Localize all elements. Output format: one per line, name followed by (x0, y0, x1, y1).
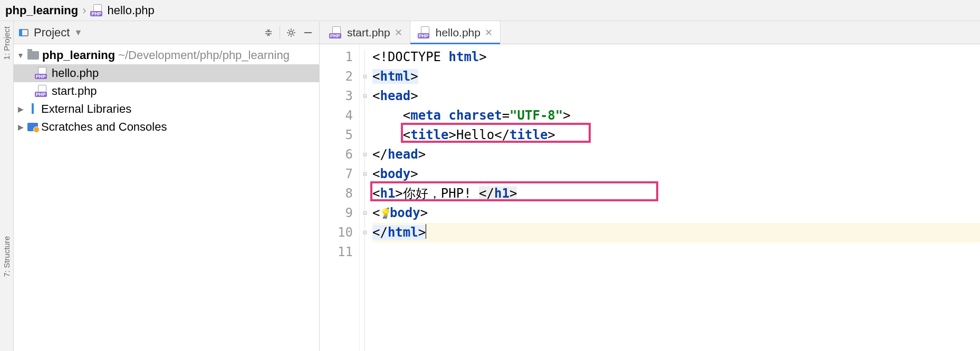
divider (280, 26, 280, 40)
line-number: 5 (320, 125, 353, 145)
fold-end-icon[interactable]: ⊟ (360, 223, 370, 242)
line-number: 3 (320, 86, 353, 106)
php-file-icon (90, 6, 104, 15)
expand-icon[interactable]: ▶ (17, 123, 24, 131)
tree-project-root[interactable]: ▼ php_learning ~/Development/php/php_lea… (14, 46, 319, 64)
line-number: 10 (320, 223, 353, 242)
code-line[interactable]: <!DOCTYPE html> (372, 47, 980, 67)
expand-icon[interactable]: ▶ (17, 105, 24, 113)
tab-hello-php[interactable]: hello.php ✕ (410, 21, 501, 44)
fold-icon[interactable]: ⊟ (360, 86, 370, 106)
line-number: 6 (320, 145, 353, 164)
gear-icon[interactable] (285, 27, 297, 38)
tree-file-hello[interactable]: hello.php (14, 64, 319, 82)
editor-tabs: start.php ✕ hello.php ✕ (320, 21, 980, 44)
tree-external-libraries[interactable]: ▶ External Libraries (14, 100, 319, 118)
breadcrumb-file-label: hello.php (107, 4, 154, 17)
php-file-icon (35, 69, 49, 78)
collapse-all-icon[interactable] (263, 27, 274, 38)
expand-icon[interactable]: ▼ (17, 51, 24, 60)
line-gutter: 1 2 3 4 5 6 7 8 9 10 11 (320, 44, 360, 351)
line-number: 2 (320, 67, 353, 86)
tree-item-label: External Libraries (41, 102, 131, 116)
code-line[interactable]: </head> (372, 145, 980, 164)
code-line[interactable]: <💡/body> (372, 203, 980, 223)
tab-label: start.php (347, 26, 390, 39)
svg-point-0 (290, 31, 293, 34)
code-line[interactable] (372, 242, 980, 262)
code-content[interactable]: <!DOCTYPE html> <html> <head> <meta char… (370, 44, 980, 351)
tab-label: hello.php (436, 26, 481, 39)
line-number: 1 (320, 47, 353, 67)
tree-file-start[interactable]: start.php (14, 82, 319, 100)
project-panel-header: Project ▼ (14, 21, 319, 44)
intention-bulb-icon[interactable]: 💡 (380, 203, 390, 214)
project-panel: Project ▼ ▼ php_learning ~/Development/p… (14, 21, 320, 351)
fold-gutter: ⊟ ⊟ ⊟ ⊟ ⊟ ⊟ (360, 44, 370, 351)
code-line[interactable]: <html> (372, 67, 980, 86)
code-editor[interactable]: 1 2 3 4 5 6 7 8 9 10 11 ⊟ ⊟ ⊟ ⊟ (320, 44, 980, 351)
tree-item-label: hello.php (52, 66, 99, 80)
tree-scratches[interactable]: ▶ Scratches and Consoles (14, 118, 319, 136)
php-file-icon (418, 28, 431, 37)
code-line[interactable]: <meta charset="UTF-8"> (372, 106, 980, 125)
code-line[interactable]: <h1>你好，PHP! </h1> (372, 184, 980, 203)
scratch-icon (27, 123, 38, 131)
code-line[interactable]: <title>Hello</title> (372, 125, 980, 145)
line-number: 8 (320, 184, 353, 203)
tab-start-php[interactable]: start.php ✕ (322, 21, 410, 44)
project-view-icon (19, 29, 28, 36)
code-line[interactable]: <body> (372, 164, 980, 184)
toolwindow-project-button[interactable]: 1: Project (2, 26, 11, 60)
tree-item-label: php_learning (42, 48, 115, 62)
fold-icon[interactable]: ⊟ (360, 164, 370, 184)
close-icon[interactable]: ✕ (485, 27, 493, 38)
php-file-icon (35, 86, 49, 96)
svg-rect-1 (304, 32, 312, 33)
fold-end-icon[interactable]: ⊟ (360, 145, 370, 164)
project-panel-title: Project (34, 26, 70, 40)
php-file-icon (329, 28, 343, 37)
library-icon (27, 105, 38, 113)
line-number: 9 (320, 203, 353, 223)
tree-item-path: ~/Development/php/php_learning (118, 48, 290, 62)
breadcrumb-separator-icon (82, 4, 86, 17)
tree-item-label: start.php (52, 84, 97, 98)
line-number: 11 (320, 242, 353, 262)
fold-icon[interactable]: ⊟ (360, 67, 370, 86)
code-line-current[interactable]: </html> (372, 223, 980, 242)
close-icon[interactable]: ✕ (395, 27, 402, 38)
dropdown-icon[interactable]: ▼ (74, 28, 82, 37)
breadcrumb-root-label: php_learning (5, 4, 78, 17)
line-number: 7 (320, 164, 353, 184)
hide-panel-icon[interactable] (302, 27, 314, 38)
breadcrumb-file[interactable]: hello.php (90, 4, 154, 17)
folder-icon (27, 51, 39, 60)
tool-strip-left: 1: Project 7: Structure (0, 21, 14, 351)
toolwindow-structure-button[interactable]: 7: Structure (2, 236, 11, 277)
project-tree[interactable]: ▼ php_learning ~/Development/php/php_lea… (14, 44, 319, 351)
breadcrumb-bar: php_learning hello.php (0, 0, 980, 21)
code-line[interactable]: <head> (372, 86, 980, 106)
line-number: 4 (320, 106, 353, 125)
breadcrumb-root[interactable]: php_learning (5, 4, 78, 17)
fold-end-icon[interactable]: ⊟ (360, 203, 370, 223)
tree-item-label: Scratches and Consoles (41, 120, 167, 134)
caret (426, 224, 426, 239)
editor-area: start.php ✕ hello.php ✕ 1 2 3 4 5 6 7 8 … (320, 21, 980, 351)
